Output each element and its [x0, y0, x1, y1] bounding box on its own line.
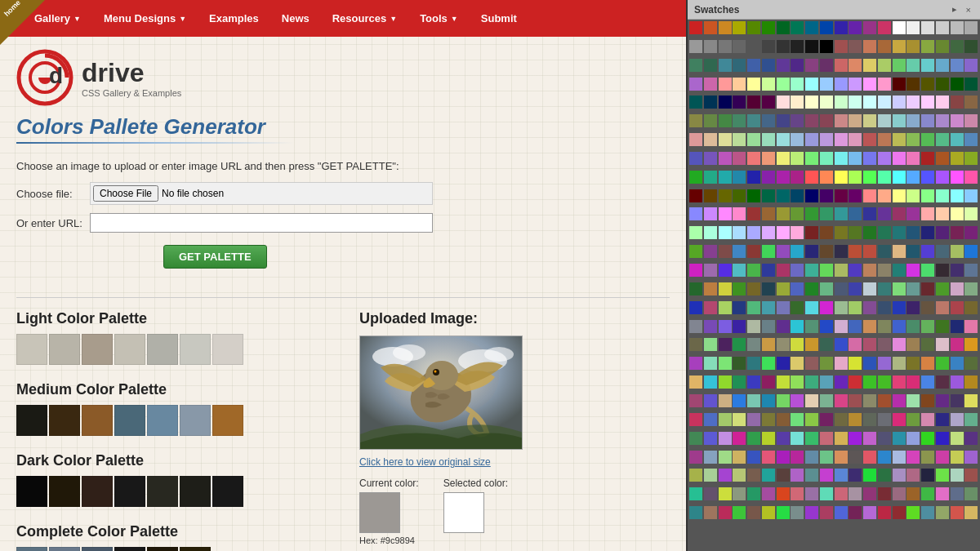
panel-swatch-extra[interactable] — [805, 264, 818, 277]
panel-swatch-extra[interactable] — [733, 301, 746, 314]
panel-swatch[interactable] — [835, 40, 848, 53]
panel-swatch-extra[interactable] — [893, 320, 906, 333]
panel-swatch-extra[interactable] — [849, 451, 862, 464]
panel-swatch[interactable] — [849, 226, 862, 239]
panel-swatch-extra[interactable] — [878, 394, 891, 407]
panel-swatch-extra[interactable] — [762, 487, 775, 500]
panel-swatch[interactable] — [951, 207, 964, 220]
panel-swatch-extra[interactable] — [921, 320, 934, 333]
panel-swatch-extra[interactable] — [921, 357, 934, 370]
panel-swatch[interactable] — [936, 40, 949, 53]
panel-swatch[interactable] — [835, 189, 848, 202]
panel-swatch[interactable] — [921, 133, 934, 146]
panel-swatch-extra[interactable] — [936, 338, 949, 351]
panel-swatch-extra[interactable] — [719, 413, 732, 426]
panel-swatch[interactable] — [733, 114, 746, 127]
panel-swatch[interactable] — [733, 226, 746, 239]
panel-swatch-extra[interactable] — [762, 264, 775, 277]
panel-swatch[interactable] — [805, 59, 818, 72]
panel-swatch-extra[interactable] — [777, 394, 790, 407]
panel-swatch-extra[interactable] — [893, 245, 906, 258]
panel-swatch-extra[interactable] — [951, 451, 964, 464]
panel-swatch[interactable] — [747, 59, 760, 72]
panel-swatch[interactable] — [893, 21, 906, 34]
panel-swatch[interactable] — [762, 133, 775, 146]
panel-swatch-extra[interactable] — [906, 469, 920, 482]
panel-swatch[interactable] — [689, 152, 702, 165]
panel-swatch-extra[interactable] — [936, 487, 949, 500]
panel-swatch-extra[interactable] — [805, 394, 818, 407]
panel-swatch-extra[interactable] — [805, 357, 818, 370]
panel-swatch-extra[interactable] — [893, 506, 906, 519]
panel-swatch[interactable] — [689, 114, 702, 127]
panel-swatch[interactable] — [951, 114, 964, 127]
panel-swatch[interactable] — [951, 226, 964, 239]
panel-swatch[interactable] — [951, 96, 964, 109]
panel-swatch-extra[interactable] — [921, 264, 934, 277]
panel-swatch-extra[interactable] — [762, 413, 775, 426]
nav-tools[interactable]: Tools ▼ — [410, 7, 468, 29]
panel-swatch[interactable] — [689, 226, 702, 239]
panel-swatch-extra[interactable] — [791, 357, 804, 370]
panel-swatch-extra[interactable] — [964, 264, 978, 277]
panel-swatch-extra[interactable] — [863, 320, 876, 333]
panel-swatch-extra[interactable] — [747, 394, 760, 407]
panel-swatch-extra[interactable] — [747, 506, 760, 519]
panel-swatch-extra[interactable] — [849, 338, 862, 351]
panel-swatch[interactable] — [791, 78, 804, 91]
panel-swatch[interactable] — [921, 40, 934, 53]
panel-swatch[interactable] — [719, 171, 732, 184]
panel-swatch[interactable] — [951, 21, 964, 34]
panel-swatch-extra[interactable] — [921, 451, 934, 464]
panel-swatch[interactable] — [878, 21, 891, 34]
panel-swatch-extra[interactable] — [835, 394, 848, 407]
current-color-box[interactable] — [359, 492, 400, 533]
panel-swatch-extra[interactable] — [704, 413, 717, 426]
panel-swatch-extra[interactable] — [893, 432, 906, 445]
panel-swatch[interactable] — [921, 59, 934, 72]
panel-swatch-extra[interactable] — [689, 451, 702, 464]
swatches-close-btn[interactable]: × — [964, 4, 973, 16]
panel-swatch-extra[interactable] — [849, 469, 862, 482]
panel-swatch[interactable] — [762, 207, 775, 220]
panel-swatch-extra[interactable] — [835, 338, 848, 351]
panel-swatch[interactable] — [820, 189, 833, 202]
panel-swatch-extra[interactable] — [689, 375, 702, 389]
panel-swatch-extra[interactable] — [835, 357, 848, 370]
panel-swatch-extra[interactable] — [762, 394, 775, 407]
panel-swatch-extra[interactable] — [747, 357, 760, 370]
complete-swatch[interactable] — [180, 547, 211, 551]
panel-swatch[interactable] — [733, 207, 746, 220]
panel-swatch-extra[interactable] — [820, 375, 833, 389]
panel-swatch[interactable] — [762, 152, 775, 165]
panel-swatch[interactable] — [906, 59, 920, 72]
panel-swatch-extra[interactable] — [951, 357, 964, 370]
panel-swatch-extra[interactable] — [863, 413, 876, 426]
medium-swatch[interactable] — [147, 405, 178, 436]
panel-swatch-extra[interactable] — [893, 451, 906, 464]
panel-swatch-extra[interactable] — [791, 432, 804, 445]
panel-swatch-extra[interactable] — [762, 432, 775, 445]
panel-swatch[interactable] — [747, 189, 760, 202]
panel-swatch[interactable] — [719, 152, 732, 165]
panel-swatch-extra[interactable] — [849, 394, 862, 407]
panel-swatch-extra[interactable] — [791, 338, 804, 351]
panel-swatch[interactable] — [719, 96, 732, 109]
panel-swatch-extra[interactable] — [704, 469, 717, 482]
panel-swatch[interactable] — [747, 207, 760, 220]
panel-swatch-extra[interactable] — [689, 413, 702, 426]
panel-swatch[interactable] — [835, 171, 848, 184]
panel-swatch-extra[interactable] — [747, 301, 760, 314]
panel-swatch[interactable] — [747, 114, 760, 127]
panel-swatch[interactable] — [951, 59, 964, 72]
panel-swatch[interactable] — [893, 59, 906, 72]
panel-swatch[interactable] — [777, 152, 790, 165]
panel-swatch[interactable] — [906, 171, 920, 184]
panel-swatch[interactable] — [791, 40, 804, 53]
panel-swatch[interactable] — [791, 133, 804, 146]
panel-swatch-extra[interactable] — [747, 451, 760, 464]
panel-swatch-extra[interactable] — [878, 338, 891, 351]
panel-swatch-extra[interactable] — [805, 487, 818, 500]
panel-swatch-extra[interactable] — [835, 264, 848, 277]
panel-swatch-extra[interactable] — [964, 487, 978, 500]
